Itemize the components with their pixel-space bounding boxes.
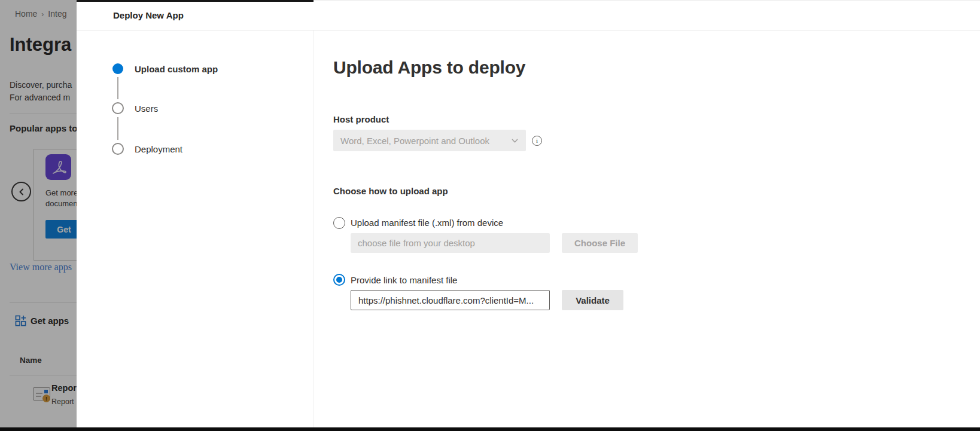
step-deployment[interactable]: Deployment <box>135 144 182 154</box>
info-icon[interactable]: i <box>532 136 542 146</box>
deploy-new-app-modal: Deploy New App Upload custom app Users D… <box>77 0 980 431</box>
modal-dim-overlay <box>0 0 77 431</box>
modal-top-edge <box>77 0 314 2</box>
step-upcoming-icon[interactable] <box>112 102 124 114</box>
step-upcoming-icon[interactable] <box>112 143 124 155</box>
upload-manifest-label: Upload manifest file (.xml) from device <box>351 218 503 228</box>
step-users[interactable]: Users <box>135 103 158 114</box>
window-bottom-edge <box>0 427 980 431</box>
choose-upload-heading: Choose how to upload app <box>333 186 448 196</box>
step-connector <box>117 117 118 140</box>
step-active-icon[interactable] <box>112 63 123 74</box>
content-heading: Upload Apps to deploy <box>333 57 525 78</box>
screen: Home›Integ Integra Discover, purcha For … <box>0 0 980 431</box>
modal-title: Deploy New App <box>113 10 184 20</box>
provide-link-label: Provide link to manifest file <box>351 275 457 285</box>
step-upload-custom-app[interactable]: Upload custom app <box>135 64 218 74</box>
radio-upload-manifest-file[interactable] <box>333 217 345 229</box>
step-connector <box>117 77 118 99</box>
choose-file-button: Choose File <box>562 233 638 253</box>
host-product-value: Word, Excel, Powerpoint and Outlook <box>340 136 489 146</box>
radio-provide-link[interactable] <box>333 274 345 286</box>
manifest-file-input <box>351 233 550 253</box>
modal-header-divider <box>77 30 980 30</box>
host-product-dropdown: Word, Excel, Powerpoint and Outlook <box>333 130 526 151</box>
chevron-down-icon <box>511 137 519 145</box>
validate-button[interactable]: Validate <box>562 290 623 310</box>
host-product-label: Host product <box>333 114 389 124</box>
stepper-divider <box>314 30 314 431</box>
manifest-url-input[interactable] <box>351 290 550 310</box>
radio-selected-dot-icon <box>336 277 342 283</box>
